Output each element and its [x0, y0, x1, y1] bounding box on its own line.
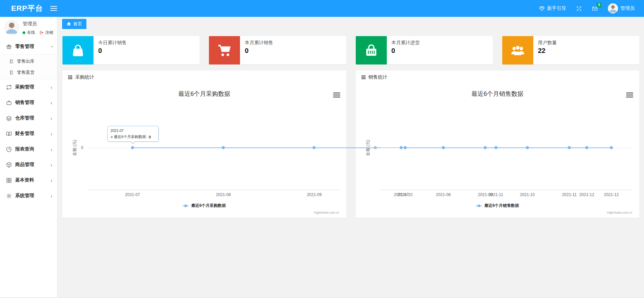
sidebar-item[interactable]: 系统管理‹: [0, 188, 57, 203]
sidebar-toggle-button[interactable]: [50, 6, 57, 11]
panel-title: 销售统计: [369, 74, 387, 80]
x-axis-tick-label: 2021-09: [470, 192, 501, 197]
stat-card-label: 本月累计销售: [245, 40, 273, 46]
sidebar-item[interactable]: 销售管理‹: [0, 95, 57, 110]
stat-card-icon-box: [62, 36, 93, 64]
main-content: 首页 今日累计销售0本月累计销售0本月累计进货0用户数量22 采购统计最近6个月…: [57, 17, 644, 300]
chart-area: 最近6个月销售数据金额 (元)02021-072021-082021-09202…: [356, 84, 640, 218]
y-axis-tick-label: 0: [75, 145, 83, 150]
stat-card-body: 今日累计销售0: [93, 36, 131, 64]
submenu-item-label: 零售退货: [17, 70, 34, 76]
box-icon: [6, 162, 12, 168]
data-point-marker[interactable]: [484, 146, 487, 149]
navbar-right: 新手引导 0 管理员: [539, 3, 644, 13]
basket-icon: [364, 43, 379, 58]
sidebar-item[interactable]: 报表查询‹: [0, 141, 57, 157]
submenu-item[interactable]: 零售退货: [0, 67, 57, 78]
legend-label: 最近6个月销售数据: [484, 203, 519, 209]
sidebar-item[interactable]: 财务管理‹: [0, 126, 57, 141]
x-axis-tick-label: 2021-07: [386, 192, 417, 197]
nav-user-menu[interactable]: 管理员: [608, 3, 635, 13]
stat-card-value: 0: [245, 47, 273, 55]
shopping-bag-icon: [70, 43, 86, 58]
sidebar-item[interactable]: 仓库管理‹: [0, 110, 57, 126]
gem-icon: [539, 6, 545, 11]
chevron-left-icon: ‹: [51, 116, 52, 121]
sidebar-item[interactable]: 基本资料‹: [0, 172, 57, 188]
sidebar-item[interactable]: 采购管理‹: [0, 79, 57, 95]
chart-context-menu-button[interactable]: [333, 92, 340, 98]
gift-icon: [6, 44, 12, 50]
stat-card-value: 0: [98, 47, 127, 55]
panel-title: 采购统计: [75, 74, 94, 80]
grid-icon: [6, 178, 12, 183]
data-point-marker[interactable]: [610, 146, 613, 149]
fullscreen-button[interactable]: [576, 6, 582, 11]
chart-panels-row: 采购统计最近6个月采购数据金额 (元)02021-072021-082021-0…: [57, 64, 644, 218]
chart-legend-item[interactable]: 最近6个月销售数据: [356, 203, 640, 209]
stat-card-label: 今日累计销售: [98, 40, 127, 46]
series-dot-icon: [111, 136, 113, 138]
sidebar-item[interactable]: 商品管理‹: [0, 157, 57, 172]
logout-button[interactable]: 注销: [39, 30, 53, 35]
chart-panel: 销售统计最近6个月销售数据金额 (元)02021-072021-082021-0…: [356, 71, 640, 218]
chevron-left-icon: ‹: [51, 162, 52, 167]
chart-panel: 采购统计最近6个月采购数据金额 (元)02021-072021-082021-0…: [62, 71, 346, 218]
stat-card-body: 用户数量22: [533, 36, 562, 64]
messages-button[interactable]: 0: [592, 6, 598, 11]
data-point-marker[interactable]: [131, 146, 134, 149]
user-name: 管理员: [23, 20, 53, 27]
data-point-marker[interactable]: [526, 146, 529, 149]
chart-title: 最近6个月采购数据: [62, 90, 346, 98]
th-grid-icon: [361, 75, 366, 80]
chevron-down-icon: ‹: [49, 46, 54, 48]
gear-icon: [6, 193, 12, 199]
tooltip-value: 0: [149, 135, 151, 139]
x-axis-tick-label: 2021-08: [428, 192, 458, 197]
sidebar: 管理员 在线 注销 零售管理‹零售出库零售退货采购管理‹销售管理‹仓库管理‹财务…: [0, 17, 57, 300]
data-point-marker[interactable]: [313, 146, 316, 149]
data-point-marker[interactable]: [400, 146, 403, 149]
user-panel: 管理员 在线 注销: [0, 17, 57, 37]
chart-legend-item[interactable]: 最近6个月采购数据: [62, 203, 346, 209]
chevron-left-icon: ‹: [51, 193, 52, 198]
chevron-left-icon: ‹: [51, 100, 52, 105]
app-logo[interactable]: ERP平台: [0, 3, 50, 13]
stat-card-label: 本月累计进货: [392, 40, 420, 46]
briefcase-icon: [6, 100, 12, 106]
tab-home[interactable]: 首页: [62, 19, 86, 29]
data-point-marker[interactable]: [222, 146, 225, 149]
data-point-marker[interactable]: [568, 146, 571, 149]
users-icon: [510, 43, 526, 58]
highcharts-credits-link[interactable]: Highcharts.com.cn: [314, 211, 339, 214]
chart-context-menu-button[interactable]: [626, 92, 633, 98]
sidebar-menu: 零售管理‹零售出库零售退货采购管理‹销售管理‹仓库管理‹财务管理‹报表查询‹商品…: [0, 39, 57, 203]
x-axis-tick-label: 2021-09: [299, 192, 329, 197]
sidebar-item-label: 采购管理: [15, 84, 34, 90]
fullscreen-icon: [576, 6, 582, 11]
tooltip-series-row: 最近6个月采购数据:0: [111, 134, 155, 139]
legend-marker-icon: [476, 204, 482, 207]
avatar: [4, 20, 19, 35]
user-name-label: 管理员: [620, 5, 635, 11]
layers-icon: [6, 115, 12, 121]
data-point-marker[interactable]: [442, 146, 445, 149]
guide-button[interactable]: 新手引导: [539, 5, 566, 11]
book-icon: [6, 131, 12, 137]
online-status-label: 在线: [27, 30, 35, 35]
chevron-left-icon: ‹: [51, 147, 52, 152]
guide-label: 新手引导: [547, 5, 566, 11]
stat-card: 本月累计销售0: [209, 36, 346, 64]
stat-card-body: 本月累计进货0: [387, 36, 425, 64]
home-icon: [66, 22, 71, 26]
sidebar-item[interactable]: 零售管理‹: [0, 39, 57, 54]
highcharts-credits-link[interactable]: Highcharts.com.cn: [607, 211, 632, 214]
stat-cards-row: 今日累计销售0本月累计销售0本月累计进货0用户数量22: [57, 31, 644, 64]
chart-title: 最近6个月销售数据: [356, 90, 640, 98]
file-icon: [9, 59, 14, 64]
x-axis-tick-label: 2021-08: [208, 192, 239, 197]
tab-label: 首页: [73, 21, 82, 27]
submenu-item[interactable]: 零售出库: [0, 56, 57, 67]
stat-card: 用户数量22: [502, 36, 639, 64]
sidebar-item-label: 系统管理: [15, 193, 34, 199]
